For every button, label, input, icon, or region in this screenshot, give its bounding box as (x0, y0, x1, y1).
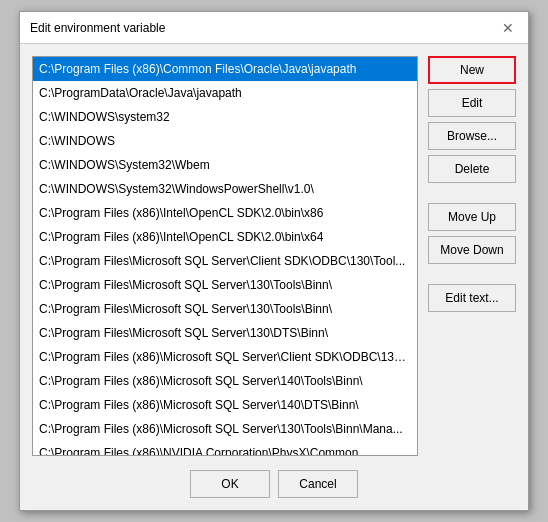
dialog-body: C:\Program Files (x86)\Common Files\Orac… (20, 44, 528, 464)
list-item[interactable]: C:\WINDOWS (33, 129, 417, 153)
move-down-button[interactable]: Move Down (428, 236, 516, 264)
list-item[interactable]: C:\Program Files (x86)\Common Files\Orac… (33, 57, 417, 81)
list-item[interactable]: C:\Program Files (x86)\Intel\OpenCL SDK\… (33, 225, 417, 249)
list-item[interactable]: C:\WINDOWS\system32 (33, 105, 417, 129)
list-item[interactable]: C:\Program Files\Microsoft SQL Server\13… (33, 297, 417, 321)
ok-button[interactable]: OK (190, 470, 270, 498)
list-item[interactable]: C:\Program Files (x86)\Intel\OpenCL SDK\… (33, 201, 417, 225)
list-item[interactable]: C:\Program Files\Microsoft SQL Server\13… (33, 321, 417, 345)
edit-button[interactable]: Edit (428, 89, 516, 117)
title-bar: Edit environment variable ✕ (20, 12, 528, 44)
move-up-button[interactable]: Move Up (428, 203, 516, 231)
dialog-title: Edit environment variable (30, 21, 165, 35)
edit-env-variable-dialog: Edit environment variable ✕ C:\Program F… (19, 11, 529, 511)
browse-button[interactable]: Browse... (428, 122, 516, 150)
list-item[interactable]: C:\WINDOWS\System32\WindowsPowerShell\v1… (33, 177, 417, 201)
list-item[interactable]: C:\Program Files (x86)\Microsoft SQL Ser… (33, 417, 417, 441)
cancel-button[interactable]: Cancel (278, 470, 358, 498)
dialog-footer: OK Cancel (20, 464, 528, 510)
spacer1 (428, 188, 516, 198)
list-item[interactable]: C:\Program Files (x86)\Microsoft SQL Ser… (33, 345, 417, 369)
list-item[interactable]: C:\Program Files\Microsoft SQL Server\Cl… (33, 249, 417, 273)
close-button[interactable]: ✕ (498, 19, 518, 37)
edit-text-button[interactable]: Edit text... (428, 284, 516, 312)
env-variable-list[interactable]: C:\Program Files (x86)\Common Files\Orac… (32, 56, 418, 456)
list-item[interactable]: C:\Program Files (x86)\Microsoft SQL Ser… (33, 369, 417, 393)
list-item[interactable]: C:\ProgramData\Oracle\Java\javapath (33, 81, 417, 105)
list-item[interactable]: C:\Program Files\Microsoft SQL Server\13… (33, 273, 417, 297)
spacer2 (428, 269, 516, 279)
list-item[interactable]: C:\Program Files (x86)\Microsoft SQL Ser… (33, 393, 417, 417)
new-button[interactable]: New (428, 56, 516, 84)
list-item[interactable]: C:\WINDOWS\System32\Wbem (33, 153, 417, 177)
buttons-panel: New Edit Browse... Delete Move Up Move D… (428, 56, 516, 456)
list-item[interactable]: C:\Program Files (x86)\NVIDIA Corporatio… (33, 441, 417, 456)
delete-button[interactable]: Delete (428, 155, 516, 183)
